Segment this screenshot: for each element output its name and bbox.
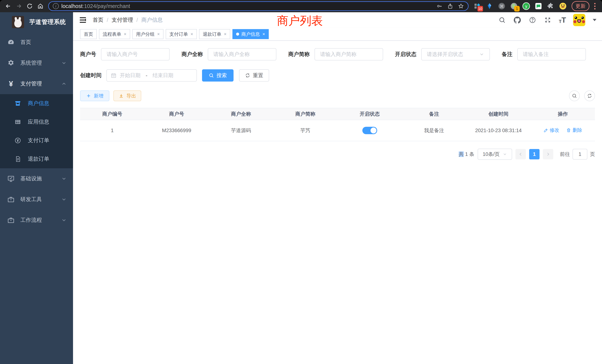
breadcrumb-pay[interactable]: 支付管理 [112,16,133,24]
tab-user-group[interactable]: 用户分组× [132,29,163,39]
screen: i localhost:1024/pay/merchant 10 ⌘ 1 [0,0,602,364]
github-link[interactable] [513,16,521,24]
extension-kite[interactable] [485,2,494,10]
sidebar-collapse-button[interactable] [78,15,88,25]
extension-command[interactable]: ⌘ [497,2,506,10]
password-key-icon[interactable] [437,3,442,9]
sidebar-item-refund-order[interactable]: 退款订单 [0,150,73,168]
col-actions: 操作 [531,108,595,120]
yudao-icon: y [522,2,530,10]
sidebar-item-workflow[interactable]: 工作流程 [0,210,73,231]
sidebar-item-pay-order[interactable]: 支付订单 [0,131,73,150]
export-button[interactable]: 导出 [113,90,141,101]
forward-arrow-icon [16,3,22,9]
browser-forward-button[interactable] [14,1,24,11]
browser-back-button[interactable] [3,1,13,11]
sidebar-item-label: 支付管理 [20,80,61,87]
browser-update-button[interactable]: 更新 [572,1,589,11]
edit-link[interactable]: 修改 [543,127,559,133]
page-size-select[interactable]: 10条/页 [478,149,512,160]
sidebar-item-system[interactable]: 系统管理 [0,53,73,73]
tab-close-icon[interactable]: × [124,32,126,37]
bookmark-star-icon[interactable] [458,3,464,9]
page-1-button[interactable]: 1 [529,149,539,159]
address-bar[interactable]: i localhost:1024/pay/merchant [48,1,469,11]
extension-chat[interactable] [534,2,543,10]
merchant-no-input[interactable] [107,51,164,57]
toggle-search-button[interactable] [569,90,580,101]
store-icon [14,100,22,107]
help-button[interactable] [528,16,537,24]
tab-close-icon[interactable]: × [224,32,226,37]
table-header-row: 商户编号 商户号 商户全称 商户简称 开启状态 备注 创建时间 操作 [80,108,595,120]
emoji-face-icon [559,2,567,10]
goto-page-input[interactable] [572,149,587,160]
browser-menu-button[interactable] [593,3,596,10]
chevron-down-icon [61,60,67,66]
tab-merchant-info[interactable]: 商户信息× [232,29,269,39]
reset-button[interactable]: 重置 [239,69,269,82]
font-size-button[interactable]: TT [559,16,566,24]
calendar-icon [111,73,116,78]
fullscreen-button[interactable] [544,16,552,24]
short-name-input[interactable] [320,51,377,57]
tab-process-form[interactable]: 流程表单× [99,29,130,39]
browser-reload-button[interactable] [25,1,34,11]
chevron-down-icon [61,217,67,223]
next-page-button[interactable] [543,149,553,159]
sidebar-item-label: 应用信息 [28,118,49,126]
sidebar-logo[interactable]: 芋道管理系统 [0,12,73,32]
header-search-button[interactable] [498,16,506,24]
tab-close-icon[interactable]: × [191,32,193,37]
breadcrumb-home[interactable]: 首页 [93,16,103,24]
sidebar-item-label: 商户信息 [28,100,49,107]
sidebar-item-merchant-info[interactable]: 商户信息 [0,94,73,113]
back-arrow-icon [5,3,11,9]
sidebar-item-devtools[interactable]: 研发工具 [0,189,73,210]
sidebar-item-label: 研发工具 [20,196,61,203]
cell-actions: 修改 删除 [531,120,595,141]
extension-tab-manager[interactable]: 10 [473,2,482,10]
site-info-icon[interactable]: i [53,3,59,9]
refresh-table-button[interactable] [584,90,595,101]
extension-yudao[interactable]: y [522,2,530,10]
col-merchant-no: 商户号 [144,108,209,120]
puzzle-icon [547,3,554,10]
avatar-caret-icon[interactable] [593,19,596,21]
sidebar-item-infra[interactable]: 基础设施 [0,168,73,189]
breadcrumb-current: 商户信息 [141,16,163,24]
date-separator: - [144,73,149,78]
browser-home-button[interactable] [36,1,45,11]
date-range-picker[interactable]: 开始日期 - 结束日期 [106,69,197,82]
delete-link[interactable]: 删除 [566,127,582,133]
search-button[interactable]: 搜索 [202,69,234,82]
kite-icon [486,3,493,10]
search-icon [209,73,214,78]
share-icon[interactable] [447,3,453,9]
extension-emoji[interactable] [559,2,567,10]
tab-home[interactable]: 首页 [80,29,97,39]
sidebar-item-home[interactable]: 首页 [0,32,73,53]
tab-pay-order[interactable]: 支付订单× [166,29,197,39]
tab-refund-order[interactable]: 退款订单× [199,29,230,39]
filter-remark: 备注 [502,48,586,60]
status-toggle[interactable] [362,127,377,134]
remark-input[interactable] [523,51,580,57]
download-icon [119,93,124,98]
sidebar-item-app-info[interactable]: 应用信息 [0,113,73,131]
add-button[interactable]: 新增 [80,90,109,101]
extension-green-blob[interactable]: 1 [510,2,518,10]
sidebar-item-pay[interactable]: ¥ 支付管理 [0,73,73,94]
user-avatar[interactable] [573,14,585,26]
prev-page-button[interactable] [516,149,526,159]
col-create-time: 创建时间 [466,108,531,120]
sidebar-item-label: 基础设施 [20,175,61,182]
extensions-puzzle-button[interactable] [546,2,555,10]
pagination: 共 1 条 10条/页 1 前往 页 [80,149,595,160]
tab-close-icon[interactable]: × [262,32,265,37]
content: 商户号 商户全称 商户简称 开启状态 请选择开启状态 [73,41,602,364]
logo-rabbit-image [12,16,24,28]
tab-close-icon[interactable]: × [157,32,160,37]
full-name-input[interactable] [213,51,271,57]
status-select[interactable]: 请选择开启状态 [421,48,490,60]
